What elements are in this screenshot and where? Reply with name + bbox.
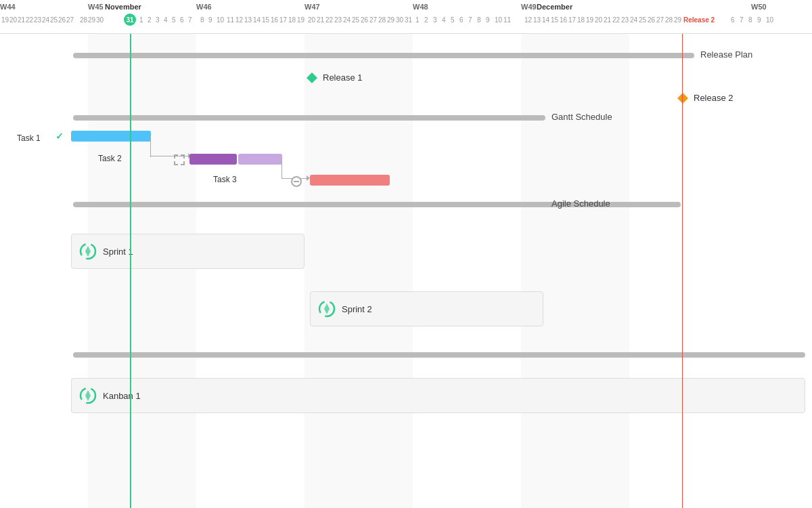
- day-25b: 25: [352, 16, 359, 24]
- day-8d: 8: [748, 16, 752, 24]
- day-19: 19: [1, 16, 9, 24]
- day-27: 27: [66, 16, 74, 24]
- sprint2-label: Sprint 2: [342, 304, 372, 314]
- day-22c: 22: [612, 16, 620, 24]
- today-marker: 31: [124, 14, 136, 26]
- month-november: November: [105, 3, 141, 11]
- release1-label: Release 1: [323, 72, 363, 83]
- day-23: 23: [34, 16, 41, 24]
- day-9: 9: [208, 16, 212, 24]
- day-28b: 28: [378, 16, 386, 24]
- today-line: [130, 34, 131, 508]
- arrow-task1-task2-v: [150, 135, 151, 157]
- day-14c: 14: [542, 16, 549, 24]
- day-14: 14: [253, 16, 261, 24]
- day-15c: 15: [551, 16, 558, 24]
- task1-checkmark: ✓: [55, 131, 64, 142]
- day-25c: 25: [639, 16, 646, 24]
- svg-marker-0: [307, 72, 317, 83]
- stripe-w47: [304, 34, 413, 508]
- day-11c: 11: [503, 16, 511, 24]
- day-21: 21: [18, 16, 25, 24]
- release-plan-label: Release Plan: [700, 49, 752, 60]
- day-6d: 6: [731, 16, 735, 24]
- day-7d: 7: [740, 16, 744, 24]
- sprint1-label: Sprint 1: [103, 247, 133, 257]
- stripe-w45: [88, 34, 196, 508]
- release2-diamond: [677, 92, 689, 107]
- day-17c: 17: [568, 16, 576, 24]
- task1-bar: [71, 131, 151, 142]
- week-w50: W50: [751, 3, 767, 11]
- day-20c: 20: [595, 16, 602, 24]
- day-28: 28: [80, 16, 87, 24]
- svg-marker-1: [677, 93, 688, 104]
- day-15: 15: [262, 16, 269, 24]
- day-18c: 18: [577, 16, 585, 24]
- day-6c: 6: [459, 16, 464, 24]
- day-23c: 23: [621, 16, 629, 24]
- day-16: 16: [271, 16, 278, 24]
- day-29b: 29: [387, 16, 394, 24]
- day-1c: 1: [415, 16, 420, 24]
- day-20b: 20: [308, 16, 315, 24]
- task3-icon: [291, 176, 302, 187]
- day-10: 10: [217, 16, 224, 24]
- week-w47: W47: [304, 3, 320, 11]
- kanban-divider-bar: [73, 352, 805, 358]
- kanban1-box[interactable]: Kanban 1: [71, 378, 805, 413]
- day-17: 17: [279, 16, 287, 24]
- day-26: 26: [58, 16, 66, 24]
- day-30: 30: [96, 16, 104, 24]
- day-23b: 23: [334, 16, 342, 24]
- sprint2-box[interactable]: Sprint 2: [310, 291, 543, 326]
- day-7c: 7: [468, 16, 472, 24]
- release-plan-bar: [73, 53, 694, 58]
- day-4c: 4: [442, 16, 446, 24]
- task1-label: Task 1: [17, 133, 41, 143]
- week-w46: W46: [196, 3, 212, 11]
- day-22b: 22: [325, 16, 333, 24]
- stripe-w49: [521, 34, 629, 508]
- sprint1-box[interactable]: Sprint 1: [71, 234, 304, 269]
- release2-line: [682, 34, 683, 508]
- day-30b: 30: [396, 16, 403, 24]
- day-16c: 16: [560, 16, 567, 24]
- week-w45: W45: [88, 3, 104, 11]
- day-9c: 9: [486, 16, 490, 24]
- day-8: 8: [200, 16, 204, 24]
- task3-label: Task 3: [213, 175, 237, 184]
- day-9d: 9: [757, 16, 761, 24]
- sprint1-icon: [78, 242, 97, 261]
- release2-header-day: Release 2: [683, 16, 715, 24]
- sprint2-icon: [317, 299, 336, 318]
- task2-bar-solid: [189, 154, 237, 165]
- day-22: 22: [26, 16, 33, 24]
- day-27c: 27: [656, 16, 664, 24]
- day-20: 20: [9, 16, 17, 24]
- day-13: 13: [244, 16, 252, 24]
- day-27b: 27: [369, 16, 377, 24]
- day-10d: 10: [766, 16, 773, 24]
- week-w48: W48: [413, 3, 428, 11]
- day-21b: 21: [317, 16, 324, 24]
- day-29: 29: [88, 16, 95, 24]
- gantt-schedule-bar: [73, 115, 545, 121]
- day-29c: 29: [674, 16, 681, 24]
- task3-bar: [310, 175, 390, 186]
- day-31b: 31: [405, 16, 412, 24]
- day-12: 12: [235, 16, 243, 24]
- day-19c: 19: [586, 16, 593, 24]
- day-3c: 3: [433, 16, 437, 24]
- day-7: 7: [188, 16, 192, 24]
- day-24c: 24: [630, 16, 637, 24]
- agile-schedule-label: Agile Schedule: [551, 198, 610, 209]
- gantt-schedule-label: Gantt Schedule: [551, 112, 612, 122]
- task2-bar-light: [238, 154, 282, 165]
- day-4: 4: [164, 16, 168, 24]
- release1-diamond: [306, 72, 318, 87]
- day-2: 2: [148, 16, 152, 24]
- day-19b: 19: [297, 16, 304, 24]
- week-w49: W49: [521, 3, 537, 11]
- day-5: 5: [172, 16, 176, 24]
